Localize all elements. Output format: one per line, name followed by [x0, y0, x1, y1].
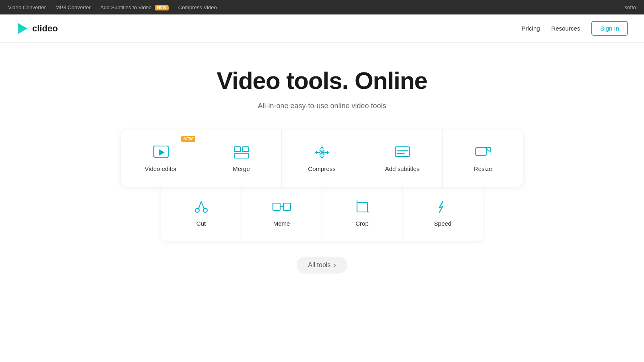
svg-rect-17	[395, 147, 410, 156]
top-bar: Video Converter MP3 Converter Add Subtit…	[0, 0, 644, 14]
compress-icon	[314, 145, 330, 160]
tool-label-merge: Merge	[233, 165, 250, 172]
pricing-link[interactable]: Pricing	[522, 25, 540, 32]
main-content: Video tools. Online All-in-one easy-to-u…	[0, 43, 644, 290]
svg-rect-26	[273, 203, 280, 210]
meme-icon	[272, 200, 291, 214]
speed-icon	[435, 200, 450, 214]
sign-in-button[interactable]: Sign In	[591, 21, 628, 36]
tool-label-video-editor: Video editor	[145, 165, 177, 172]
tool-add-subtitles[interactable]: Add subtitles	[362, 130, 443, 187]
hero-subtitle: All-in-one easy-to-use online video tool…	[8, 102, 636, 110]
svg-marker-3	[159, 149, 165, 156]
new-badge-video-editor: NEW	[181, 136, 195, 142]
tool-compress[interactable]: Compress	[282, 130, 362, 187]
cut-icon	[193, 200, 209, 214]
resources-link[interactable]: Resources	[551, 25, 580, 32]
tool-merge[interactable]: Merge	[201, 130, 282, 187]
tool-label-compress: Compress	[308, 165, 335, 172]
tool-label-cut: Cut	[196, 220, 206, 227]
tool-label-crop: Crop	[355, 220, 369, 227]
svg-point-23	[203, 208, 207, 212]
svg-rect-20	[476, 148, 486, 156]
chevron-right-icon: ›	[334, 261, 336, 269]
svg-marker-1	[18, 23, 27, 29]
svg-point-22	[195, 208, 199, 212]
tool-resize[interactable]: Resize	[443, 130, 523, 187]
tool-crop[interactable]: Crop	[322, 185, 402, 241]
softo-logo: softo	[625, 4, 636, 10]
topbar-add-subtitles[interactable]: Add Subtitles to Video NEW	[100, 4, 169, 10]
tool-meme[interactable]: Meme	[242, 185, 322, 241]
tool-label-add-subtitles: Add subtitles	[385, 165, 420, 172]
tool-label-resize: Resize	[474, 165, 492, 172]
tool-label-meme: Meme	[273, 220, 290, 227]
tools-container: NEW Video editor	[101, 130, 543, 241]
all-tools-button[interactable]: All tools ›	[297, 257, 347, 274]
tool-speed[interactable]: Speed	[402, 185, 483, 241]
header: clideo Pricing Resources Sign In	[0, 14, 644, 43]
merge-icon	[233, 145, 250, 160]
resize-icon	[475, 145, 491, 160]
svg-rect-5	[242, 147, 249, 152]
svg-rect-27	[283, 203, 291, 210]
new-badge-topbar: NEW	[155, 5, 168, 10]
svg-line-24	[198, 202, 201, 209]
svg-rect-4	[234, 147, 241, 152]
svg-rect-6	[234, 153, 249, 158]
hero-title: Video tools. Online	[8, 67, 636, 95]
video-editor-icon	[153, 145, 169, 160]
tool-label-speed: Speed	[434, 220, 451, 227]
tools-row-1: NEW Video editor	[121, 130, 523, 187]
crop-icon	[355, 200, 370, 214]
topbar-compress-video[interactable]: Compress Video	[178, 4, 217, 10]
tool-video-editor[interactable]: NEW Video editor	[121, 130, 201, 187]
logo-text: clideo	[32, 23, 58, 34]
tools-row-2: Cut Meme	[161, 185, 483, 241]
topbar-mp3-converter[interactable]: MP3 Converter	[56, 4, 91, 10]
logo[interactable]: clideo	[16, 22, 58, 35]
tool-cut[interactable]: Cut	[161, 185, 242, 241]
svg-rect-29	[357, 202, 367, 212]
top-bar-links: Video Converter MP3 Converter Add Subtit…	[8, 4, 217, 10]
logo-icon	[16, 22, 29, 35]
add-subtitles-icon	[394, 145, 411, 160]
nav: Pricing Resources Sign In	[522, 21, 628, 36]
topbar-video-converter[interactable]: Video Converter	[8, 4, 46, 10]
svg-line-25	[201, 202, 204, 209]
